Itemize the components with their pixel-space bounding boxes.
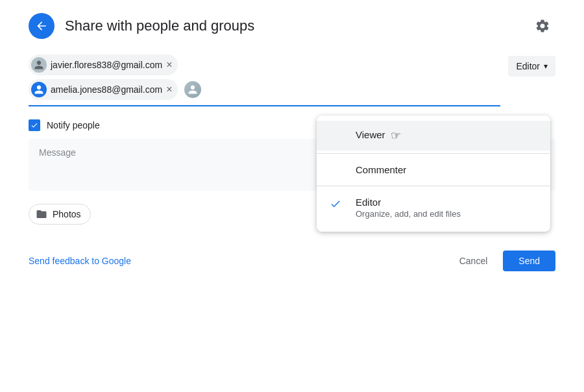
dialog-header: Share with people and groups bbox=[29, 13, 555, 39]
recipients-area: javier.flores838@gmail.com × amelia.jone… bbox=[29, 55, 555, 109]
role-dropdown: Viewer☞ Commenter Editor Organize, add, … bbox=[317, 116, 550, 232]
settings-button[interactable] bbox=[529, 13, 555, 39]
photos-label: Photos bbox=[53, 209, 81, 219]
tag-close-1[interactable]: × bbox=[166, 60, 172, 70]
recipients-tags-container: javier.flores838@gmail.com × amelia.jone… bbox=[29, 55, 500, 106]
photos-chip[interactable]: Photos bbox=[29, 204, 91, 225]
dropdown-item-editor[interactable]: Editor Organize, add, and edit files bbox=[317, 189, 550, 227]
dialog-title: Share with people and groups bbox=[65, 18, 529, 34]
dropdown-divider-2 bbox=[317, 186, 550, 186]
dropdown-divider-1 bbox=[317, 153, 550, 154]
third-avatar-partial bbox=[183, 80, 202, 99]
settings-icon bbox=[535, 18, 550, 34]
tag-email-1: javier.flores838@gmail.com bbox=[51, 60, 162, 70]
editor-check bbox=[330, 197, 345, 210]
viewer-label: Viewer☞ bbox=[356, 129, 537, 143]
viewer-content: Viewer☞ bbox=[356, 129, 537, 143]
commenter-check bbox=[330, 164, 345, 165]
tag-avatar-2 bbox=[31, 82, 47, 97]
footer-buttons: Cancel Send bbox=[449, 251, 555, 271]
tag-avatar-1 bbox=[31, 57, 47, 73]
dropdown-item-commenter[interactable]: Commenter bbox=[317, 156, 550, 183]
role-selector-button[interactable]: Editor ▾ bbox=[508, 56, 555, 77]
folder-svg bbox=[36, 208, 47, 220]
notify-checkbox[interactable] bbox=[29, 119, 40, 131]
cancel-button[interactable]: Cancel bbox=[449, 251, 498, 271]
avatar-icon-1 bbox=[34, 60, 44, 70]
send-button[interactable]: Send bbox=[503, 251, 555, 271]
cursor-hand-icon: ☞ bbox=[391, 129, 401, 143]
viewer-check bbox=[330, 129, 345, 130]
commenter-label: Commenter bbox=[356, 164, 537, 175]
feedback-link[interactable]: Send feedback to Google bbox=[29, 256, 131, 266]
tag-close-2[interactable]: × bbox=[166, 84, 172, 95]
commenter-content: Commenter bbox=[356, 164, 537, 175]
avatar-icon-2 bbox=[34, 84, 44, 95]
role-selector-label: Editor bbox=[516, 61, 540, 71]
share-dialog: Share with people and groups javier.flor… bbox=[13, 0, 571, 284]
recipient-tag-1[interactable]: javier.flores838@gmail.com × bbox=[29, 55, 178, 75]
folder-icon bbox=[36, 208, 47, 220]
editor-content: Editor Organize, add, and edit files bbox=[356, 197, 537, 219]
tag-row-2: amelia.jones88@gmail.com × bbox=[29, 79, 500, 100]
dialog-footer: Send feedback to Google Cancel Send bbox=[29, 251, 555, 271]
editor-checkmark-icon bbox=[330, 198, 341, 210]
chevron-down-icon: ▾ bbox=[544, 62, 548, 71]
notify-label: Notify people bbox=[47, 120, 100, 130]
avatar-icon-3 bbox=[188, 84, 198, 95]
recipient-tag-2[interactable]: amelia.jones88@gmail.com × bbox=[29, 79, 178, 100]
message-placeholder: Message bbox=[39, 147, 76, 158]
tag-email-2: amelia.jones88@gmail.com bbox=[51, 84, 162, 95]
editor-description: Organize, add, and edit files bbox=[356, 209, 537, 219]
editor-label: Editor bbox=[356, 197, 537, 208]
dropdown-item-viewer[interactable]: Viewer☞ bbox=[317, 121, 550, 151]
checkmark-icon bbox=[30, 121, 38, 129]
back-button[interactable] bbox=[29, 13, 55, 39]
back-icon bbox=[35, 19, 48, 32]
